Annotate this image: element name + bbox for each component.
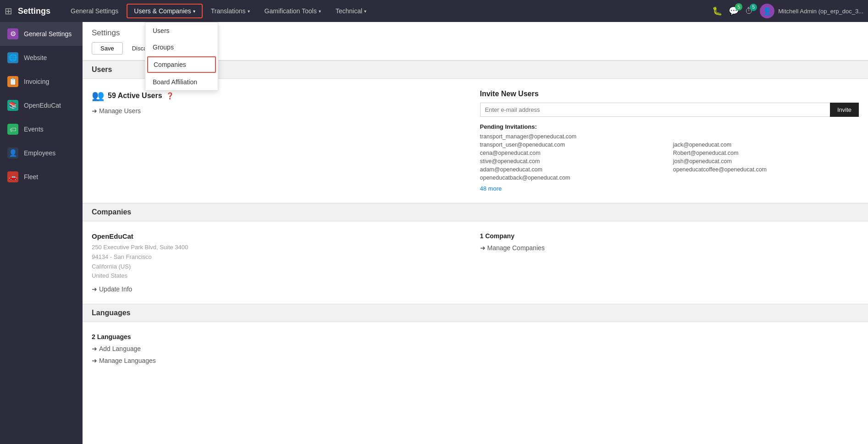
top-menu: General Settings Users & Companies ▾ Tra… — [64, 4, 712, 18]
dropdown-caret-gamification: ▾ — [319, 9, 321, 14]
dropdown-caret-translations: ▾ — [248, 9, 250, 14]
sidebar-item-employees[interactable]: 👤 Employees — [0, 141, 83, 165]
users-group-icon: 👥 — [92, 90, 104, 102]
pending-email: transport_manager@openeducat.com — [480, 133, 666, 140]
invite-title: Invite New Users — [480, 90, 859, 98]
pending-email: adam@openeducat.com — [480, 166, 666, 173]
company-name: OpenEduCat — [92, 232, 471, 240]
users-section-body: 👥 59 Active Users ❓ ➜ Manage Users Invit… — [83, 79, 868, 203]
sidebar-item-fleet[interactable]: 🚗 Fleet — [0, 165, 83, 189]
pending-email: Robert@openeducat.com — [673, 149, 859, 157]
address-line3: California (US) — [92, 262, 471, 272]
employees-icon: 👤 — [7, 148, 18, 159]
sidebar-item-general-settings[interactable]: ⚙ General Settings — [0, 22, 83, 46]
users-left-panel: 👥 59 Active Users ❓ ➜ Manage Users — [92, 90, 471, 192]
manage-users-link[interactable]: ➜ Manage Users — [92, 107, 471, 115]
openeducat-icon: 📚 — [7, 100, 18, 111]
companies-section-header: Companies — [83, 203, 868, 221]
languages-section-body: 2 Languages ➜ Add Language ➜ Manage Lang… — [83, 322, 868, 375]
pending-email: cena@openeducat.com — [480, 149, 666, 157]
lang-count: 2 Languages — [92, 333, 156, 340]
website-icon: 🌐 — [7, 52, 18, 63]
pending-email: openeducatcoffee@openeducat.com — [673, 166, 859, 173]
users-companies-dropdown: Users Groups Companies Board Affiliation — [145, 22, 218, 91]
username: Mitchell Admin (op_erp_doc_3... — [778, 8, 863, 15]
pending-emails-list: transport_manager@openeducat.com transpo… — [480, 133, 859, 181]
companies-right-panel: 1 Company ➜ Manage Companies — [480, 232, 859, 293]
clock-badge: 5 — [750, 4, 757, 11]
users-right-panel: Invite New Users Invite Pending Invitati… — [480, 90, 859, 192]
sidebar-item-events[interactable]: 🏷 Events — [0, 117, 83, 141]
address-line4: United States — [92, 271, 471, 281]
companies-section-body: OpenEduCat 250 Executive Park Blvd, Suit… — [83, 221, 868, 304]
manage-languages-link[interactable]: ➜ Manage Languages — [92, 357, 156, 364]
top-navigation: ⊞ Settings General Settings Users & Comp… — [0, 0, 868, 22]
user-menu[interactable]: 👤 Mitchell Admin (op_erp_doc_3... — [760, 4, 863, 18]
languages-panel: 2 Languages ➜ Add Language ➜ Manage Lang… — [92, 333, 156, 364]
active-users-row: 👥 59 Active Users ❓ — [92, 90, 471, 102]
chat-badge: 5 — [735, 3, 742, 11]
pending-email — [673, 133, 859, 140]
dropdown-caret-technical: ▾ — [364, 9, 366, 14]
dropdown-item-board-affiliation[interactable]: Board Affiliation — [145, 74, 218, 90]
grid-icon[interactable]: ⊞ — [5, 5, 12, 16]
languages-section-header: Languages — [83, 304, 868, 322]
nav-users-companies[interactable]: Users & Companies ▾ — [127, 4, 203, 18]
general-settings-icon: ⚙ — [7, 28, 18, 39]
dropdown-item-groups[interactable]: Groups — [145, 39, 218, 55]
add-language-link[interactable]: ➜ Add Language — [92, 345, 156, 352]
company-count: 1 Company — [480, 232, 859, 240]
active-users-count: 59 Active Users — [108, 92, 162, 100]
nav-translations[interactable]: Translations ▾ — [205, 5, 256, 17]
invite-row: Invite — [480, 103, 859, 117]
arrow-icon: ➜ — [92, 345, 97, 352]
help-icon[interactable]: ❓ — [166, 92, 174, 99]
more-link[interactable]: 48 more — [480, 185, 859, 192]
dropdown-item-companies[interactable]: Companies — [147, 56, 216, 73]
email-input[interactable] — [480, 103, 830, 117]
manage-companies-link[interactable]: ➜ Manage Companies — [480, 244, 859, 252]
events-icon: 🏷 — [7, 124, 18, 135]
pending-email: josh@openeducat.com — [673, 158, 859, 165]
pending-email: jack@openeducat.com — [673, 141, 859, 148]
clock-icon[interactable]: ⏱ 5 — [745, 6, 753, 16]
address-line1: 250 Executive Park Blvd, Suite 3400 — [92, 243, 471, 252]
pending-email — [673, 174, 859, 181]
pending-title: Pending Invitations: — [480, 123, 859, 130]
companies-left-panel: OpenEduCat 250 Executive Park Blvd, Suit… — [92, 232, 471, 293]
sidebar-item-openeducat[interactable]: 📚 OpenEduCat — [0, 93, 83, 117]
invite-button[interactable]: Invite — [830, 103, 859, 117]
update-info-link[interactable]: ➜ Update Info — [92, 285, 471, 293]
fleet-icon: 🚗 — [7, 171, 18, 182]
arrow-icon: ➜ — [92, 357, 97, 364]
company-address: 250 Executive Park Blvd, Suite 3400 9413… — [92, 243, 471, 281]
address-line2: 94134 - San Francisco — [92, 252, 471, 262]
save-button[interactable]: Save — [92, 42, 123, 55]
arrow-icon: ➜ — [480, 244, 486, 252]
pending-email: transport_user@openeducat.com — [480, 141, 666, 148]
arrow-icon: ➜ — [92, 107, 97, 115]
dropdown-item-users[interactable]: Users — [145, 22, 218, 39]
app-title: Settings — [18, 6, 50, 16]
page-wrapper: ⚙ General Settings 🌐 Website 📋 Invoicing… — [0, 22, 868, 444]
sidebar-item-invoicing[interactable]: 📋 Invoicing — [0, 70, 83, 93]
topnav-right-area: 🐛 💬 5 ⏱ 5 👤 Mitchell Admin (op_erp_doc_3… — [712, 4, 863, 18]
invoicing-icon: 📋 — [7, 76, 18, 87]
nav-general-settings[interactable]: General Settings — [64, 5, 125, 17]
sidebar-item-website[interactable]: 🌐 Website — [0, 46, 83, 70]
nav-gamification-tools[interactable]: Gamification Tools ▾ — [258, 5, 327, 17]
avatar: 👤 — [760, 4, 774, 18]
arrow-icon: ➜ — [92, 285, 97, 293]
sidebar: ⚙ General Settings 🌐 Website 📋 Invoicing… — [0, 22, 83, 444]
pending-email: stive@openeducat.com — [480, 158, 666, 165]
bug-icon[interactable]: 🐛 — [712, 6, 722, 16]
chat-icon[interactable]: 💬 5 — [729, 6, 739, 16]
pending-email: openeducatback@openeducat.com — [480, 174, 666, 181]
nav-technical[interactable]: Technical ▾ — [329, 5, 373, 17]
dropdown-caret: ▾ — [193, 9, 195, 14]
